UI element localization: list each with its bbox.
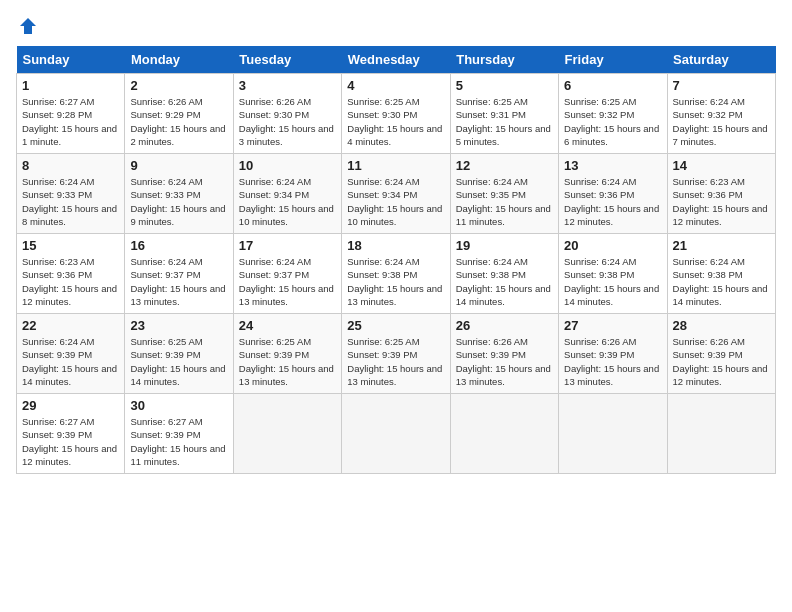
day-info: Sunrise: 6:25 AM Sunset: 9:39 PM Dayligh… bbox=[130, 335, 227, 388]
sunrise-text: Sunrise: 6:24 AM bbox=[673, 96, 745, 107]
daylight-text: Daylight: 15 hours and 5 minutes. bbox=[456, 123, 551, 147]
day-info: Sunrise: 6:24 AM Sunset: 9:36 PM Dayligh… bbox=[564, 175, 661, 228]
calendar-cell: 2 Sunrise: 6:26 AM Sunset: 9:29 PM Dayli… bbox=[125, 74, 233, 154]
daylight-text: Daylight: 15 hours and 14 minutes. bbox=[456, 283, 551, 307]
calendar-cell bbox=[342, 394, 450, 474]
daylight-text: Daylight: 15 hours and 2 minutes. bbox=[130, 123, 225, 147]
calendar-cell: 15 Sunrise: 6:23 AM Sunset: 9:36 PM Dayl… bbox=[17, 234, 125, 314]
header-thursday: Thursday bbox=[450, 46, 558, 74]
day-number: 5 bbox=[456, 78, 553, 93]
day-number: 11 bbox=[347, 158, 444, 173]
week-row-5: 29 Sunrise: 6:27 AM Sunset: 9:39 PM Dayl… bbox=[17, 394, 776, 474]
logo-icon bbox=[18, 16, 38, 36]
daylight-text: Daylight: 15 hours and 10 minutes. bbox=[239, 203, 334, 227]
sunset-text: Sunset: 9:32 PM bbox=[564, 109, 634, 120]
calendar-cell: 30 Sunrise: 6:27 AM Sunset: 9:39 PM Dayl… bbox=[125, 394, 233, 474]
daylight-text: Daylight: 15 hours and 13 minutes. bbox=[347, 363, 442, 387]
sunset-text: Sunset: 9:36 PM bbox=[564, 189, 634, 200]
calendar-cell: 14 Sunrise: 6:23 AM Sunset: 9:36 PM Dayl… bbox=[667, 154, 775, 234]
day-info: Sunrise: 6:24 AM Sunset: 9:37 PM Dayligh… bbox=[239, 255, 336, 308]
calendar-cell bbox=[559, 394, 667, 474]
sunset-text: Sunset: 9:38 PM bbox=[673, 269, 743, 280]
sunrise-text: Sunrise: 6:25 AM bbox=[239, 336, 311, 347]
sunrise-text: Sunrise: 6:26 AM bbox=[456, 336, 528, 347]
day-info: Sunrise: 6:26 AM Sunset: 9:39 PM Dayligh… bbox=[673, 335, 770, 388]
header-wednesday: Wednesday bbox=[342, 46, 450, 74]
calendar-cell bbox=[667, 394, 775, 474]
sunset-text: Sunset: 9:32 PM bbox=[673, 109, 743, 120]
sunrise-text: Sunrise: 6:24 AM bbox=[673, 256, 745, 267]
day-info: Sunrise: 6:24 AM Sunset: 9:38 PM Dayligh… bbox=[456, 255, 553, 308]
daylight-text: Daylight: 15 hours and 14 minutes. bbox=[564, 283, 659, 307]
day-number: 23 bbox=[130, 318, 227, 333]
calendar-cell: 9 Sunrise: 6:24 AM Sunset: 9:33 PM Dayli… bbox=[125, 154, 233, 234]
daylight-text: Daylight: 15 hours and 10 minutes. bbox=[347, 203, 442, 227]
day-number: 4 bbox=[347, 78, 444, 93]
sunset-text: Sunset: 9:38 PM bbox=[564, 269, 634, 280]
header-saturday: Saturday bbox=[667, 46, 775, 74]
daylight-text: Daylight: 15 hours and 14 minutes. bbox=[673, 283, 768, 307]
calendar-cell bbox=[450, 394, 558, 474]
calendar-table: SundayMondayTuesdayWednesdayThursdayFrid… bbox=[16, 46, 776, 474]
calendar-cell: 29 Sunrise: 6:27 AM Sunset: 9:39 PM Dayl… bbox=[17, 394, 125, 474]
daylight-text: Daylight: 15 hours and 4 minutes. bbox=[347, 123, 442, 147]
daylight-text: Daylight: 15 hours and 13 minutes. bbox=[564, 363, 659, 387]
sunset-text: Sunset: 9:30 PM bbox=[347, 109, 417, 120]
day-info: Sunrise: 6:24 AM Sunset: 9:32 PM Dayligh… bbox=[673, 95, 770, 148]
calendar-cell: 25 Sunrise: 6:25 AM Sunset: 9:39 PM Dayl… bbox=[342, 314, 450, 394]
sunset-text: Sunset: 9:39 PM bbox=[239, 349, 309, 360]
day-number: 7 bbox=[673, 78, 770, 93]
daylight-text: Daylight: 15 hours and 12 minutes. bbox=[22, 283, 117, 307]
daylight-text: Daylight: 15 hours and 8 minutes. bbox=[22, 203, 117, 227]
day-info: Sunrise: 6:24 AM Sunset: 9:38 PM Dayligh… bbox=[673, 255, 770, 308]
calendar-cell: 26 Sunrise: 6:26 AM Sunset: 9:39 PM Dayl… bbox=[450, 314, 558, 394]
week-row-1: 1 Sunrise: 6:27 AM Sunset: 9:28 PM Dayli… bbox=[17, 74, 776, 154]
sunset-text: Sunset: 9:34 PM bbox=[239, 189, 309, 200]
day-number: 13 bbox=[564, 158, 661, 173]
week-row-3: 15 Sunrise: 6:23 AM Sunset: 9:36 PM Dayl… bbox=[17, 234, 776, 314]
calendar-cell: 1 Sunrise: 6:27 AM Sunset: 9:28 PM Dayli… bbox=[17, 74, 125, 154]
sunrise-text: Sunrise: 6:24 AM bbox=[347, 256, 419, 267]
day-info: Sunrise: 6:26 AM Sunset: 9:39 PM Dayligh… bbox=[456, 335, 553, 388]
day-info: Sunrise: 6:24 AM Sunset: 9:34 PM Dayligh… bbox=[347, 175, 444, 228]
daylight-text: Daylight: 15 hours and 3 minutes. bbox=[239, 123, 334, 147]
day-number: 20 bbox=[564, 238, 661, 253]
calendar-cell: 23 Sunrise: 6:25 AM Sunset: 9:39 PM Dayl… bbox=[125, 314, 233, 394]
sunrise-text: Sunrise: 6:24 AM bbox=[22, 336, 94, 347]
sunset-text: Sunset: 9:39 PM bbox=[673, 349, 743, 360]
day-info: Sunrise: 6:27 AM Sunset: 9:28 PM Dayligh… bbox=[22, 95, 119, 148]
calendar-cell: 6 Sunrise: 6:25 AM Sunset: 9:32 PM Dayli… bbox=[559, 74, 667, 154]
sunrise-text: Sunrise: 6:25 AM bbox=[564, 96, 636, 107]
calendar-cell: 10 Sunrise: 6:24 AM Sunset: 9:34 PM Dayl… bbox=[233, 154, 341, 234]
day-info: Sunrise: 6:23 AM Sunset: 9:36 PM Dayligh… bbox=[22, 255, 119, 308]
day-info: Sunrise: 6:25 AM Sunset: 9:31 PM Dayligh… bbox=[456, 95, 553, 148]
sunset-text: Sunset: 9:39 PM bbox=[564, 349, 634, 360]
calendar-cell: 21 Sunrise: 6:24 AM Sunset: 9:38 PM Dayl… bbox=[667, 234, 775, 314]
day-number: 2 bbox=[130, 78, 227, 93]
day-info: Sunrise: 6:25 AM Sunset: 9:32 PM Dayligh… bbox=[564, 95, 661, 148]
calendar-cell: 19 Sunrise: 6:24 AM Sunset: 9:38 PM Dayl… bbox=[450, 234, 558, 314]
day-info: Sunrise: 6:24 AM Sunset: 9:37 PM Dayligh… bbox=[130, 255, 227, 308]
day-info: Sunrise: 6:27 AM Sunset: 9:39 PM Dayligh… bbox=[22, 415, 119, 468]
sunrise-text: Sunrise: 6:24 AM bbox=[22, 176, 94, 187]
day-number: 15 bbox=[22, 238, 119, 253]
calendar-cell: 27 Sunrise: 6:26 AM Sunset: 9:39 PM Dayl… bbox=[559, 314, 667, 394]
sunrise-text: Sunrise: 6:27 AM bbox=[22, 96, 94, 107]
calendar-cell: 11 Sunrise: 6:24 AM Sunset: 9:34 PM Dayl… bbox=[342, 154, 450, 234]
daylight-text: Daylight: 15 hours and 12 minutes. bbox=[564, 203, 659, 227]
day-info: Sunrise: 6:26 AM Sunset: 9:30 PM Dayligh… bbox=[239, 95, 336, 148]
day-number: 30 bbox=[130, 398, 227, 413]
logo bbox=[16, 16, 40, 36]
calendar-cell bbox=[233, 394, 341, 474]
sunrise-text: Sunrise: 6:24 AM bbox=[564, 256, 636, 267]
day-info: Sunrise: 6:24 AM Sunset: 9:33 PM Dayligh… bbox=[22, 175, 119, 228]
sunrise-text: Sunrise: 6:27 AM bbox=[22, 416, 94, 427]
sunset-text: Sunset: 9:38 PM bbox=[456, 269, 526, 280]
sunrise-text: Sunrise: 6:24 AM bbox=[130, 176, 202, 187]
daylight-text: Daylight: 15 hours and 13 minutes. bbox=[130, 283, 225, 307]
sunrise-text: Sunrise: 6:25 AM bbox=[456, 96, 528, 107]
daylight-text: Daylight: 15 hours and 13 minutes. bbox=[347, 283, 442, 307]
day-number: 26 bbox=[456, 318, 553, 333]
svg-marker-0 bbox=[20, 18, 36, 34]
day-number: 17 bbox=[239, 238, 336, 253]
